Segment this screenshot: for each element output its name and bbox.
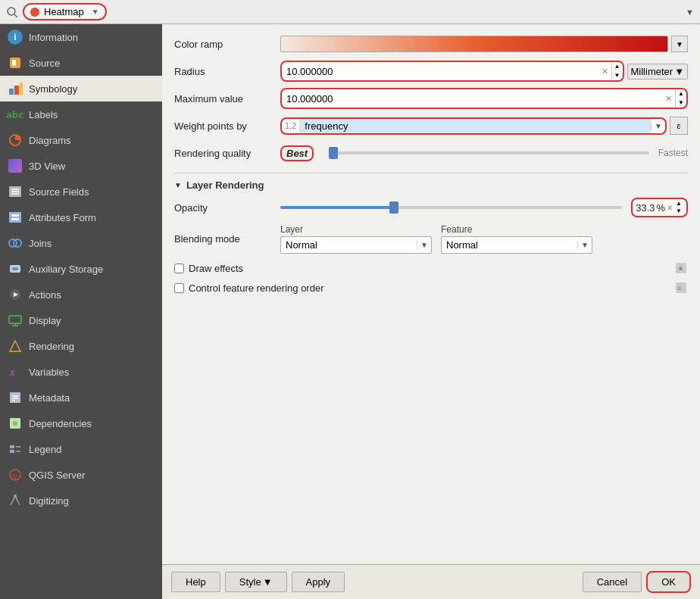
svg-text:Q: Q [12,473,17,479]
radius-input[interactable] [282,64,598,79]
layer-blend-select[interactable]: Normal Multiply Screen Overlay [281,237,417,253]
form-area: Color ramp ▼ Radius ✕ ▲ [162,24,700,564]
maxval-clear-icon[interactable]: ✕ [662,94,675,104]
maxval-spin-up[interactable]: ▲ [676,89,686,98]
sidebar-item-dependencies[interactable]: Dependencies [0,410,162,436]
svg-rect-5 [14,86,19,95]
svg-rect-21 [9,316,21,323]
sidebar-item-auxstorage[interactable]: Auxiliary Storage [0,256,162,282]
labels-icon: abc [8,107,23,122]
radius-spin-down[interactable]: ▼ [612,71,623,80]
radius-input-wrap: ✕ ▲ ▼ [280,61,624,82]
control-order-row: Control feature rendering order ≡ [174,279,688,296]
layer-blend-select-wrap: Normal Multiply Screen Overlay ▼ [280,236,432,254]
sidebar-item-metadata[interactable]: Metadata [0,385,162,410]
sidebar-item-labels[interactable]: abc Labels [0,101,162,127]
diagrams-icon [8,133,23,148]
quality-row: Rendering quality Best Fastest [174,142,688,164]
apply-button[interactable]: Apply [292,572,345,592]
sidebar-item-qgisserver[interactable]: Q QGIS Server [0,462,162,488]
radius-clear-icon[interactable]: ✕ [598,67,611,76]
radius-row: Radius ✕ ▲ ▼ Millimeter ▼ [174,61,688,82]
opacity-clear-icon[interactable]: ✕ [667,204,673,212]
control-order-checkbox[interactable] [174,283,184,293]
sidebar-label-3dview: 3D View [29,161,65,172]
feature-blend-col: Feature Normal Multiply Screen Overlay ▼ [441,224,592,254]
color-ramp-preview[interactable] [280,36,668,52]
sidebar-item-attrform[interactable]: Attributes Form [0,204,162,230]
opacity-slider-thumb[interactable] [389,201,398,214]
sidebar-label-legend: Legend [29,444,61,455]
quality-slider-thumb[interactable] [329,147,338,159]
sidebar-item-3dview[interactable]: 3D View [0,153,162,179]
source-icon [8,55,23,70]
search-icon[interactable] [6,6,18,18]
sidebar-item-display[interactable]: Display [0,307,162,333]
weight-control: 1,2 frequency ▼ ε [280,117,688,135]
quality-slider-track[interactable] [329,151,648,154]
radius-unit-dropdown[interactable]: Millimeter ▼ [627,64,689,80]
color-ramp-row: Color ramp ▼ [174,33,688,55]
ok-button[interactable]: OK [646,571,691,593]
maxval-input[interactable] [282,92,662,106]
svg-text:★: ★ [677,264,684,273]
sidebar-item-variables[interactable]: x Variables [0,359,162,385]
color-ramp-dropdown[interactable]: ▼ [671,36,688,52]
feature-blend-select[interactable]: Normal Multiply Screen Overlay [442,237,577,253]
sidebar-item-actions[interactable]: Actions [0,282,162,307]
sidebar-item-digitizing[interactable]: Digitizing [0,488,162,513]
style-button[interactable]: Style ▼ [225,572,287,592]
feature-blend-select-wrap: Normal Multiply Screen Overlay ▼ [441,236,592,254]
radius-spinner: ▲ ▼ [611,62,623,80]
radius-control: ✕ ▲ ▼ Millimeter ▼ [280,61,688,82]
maxval-row: Maximum value ✕ ▲ ▼ [174,88,688,109]
draw-effects-icons: ★ [674,261,688,275]
sidebar-item-joins[interactable]: Joins [0,230,162,256]
sidebar-label-dependencies: Dependencies [29,418,92,429]
sidebar-item-rendering[interactable]: Rendering [0,333,162,359]
attrform-icon [8,210,23,225]
sidebar-item-symbology[interactable]: Symbology [0,76,162,101]
sidebar-item-source[interactable]: Source [0,50,162,76]
quality-end-label: Fastest [658,148,688,158]
sidebar-label-actions: Actions [29,289,61,301]
3dview-icon [8,158,23,173]
help-button[interactable]: Help [171,572,220,592]
renderer-selector[interactable]: Heatmap ▼ [23,3,107,20]
sidebar-item-sourcefields[interactable]: Source Fields [0,179,162,204]
svg-line-1 [14,14,17,17]
svg-marker-24 [10,341,20,351]
sidebar-label-variables: Variables [29,367,69,378]
opacity-slider-track[interactable] [280,206,622,209]
draw-effects-checkbox[interactable] [174,264,184,273]
sidebar-item-legend[interactable]: Legend [0,436,162,462]
metadata-icon [8,390,23,405]
weight-dropdown-arrow[interactable]: ▼ [651,122,665,130]
symbology-icon [8,81,23,96]
sidebar-label-symbology: Symbology [29,83,77,95]
renderer-dropdown-icon: ▼ [92,8,99,16]
cancel-button[interactable]: Cancel [583,572,642,592]
sidebar-item-information[interactable]: i Information [0,24,162,50]
maxval-spin-down[interactable]: ▼ [676,98,686,108]
blend-label: Blending mode [174,233,280,245]
sidebar-item-diagrams[interactable]: Diagrams [0,127,162,153]
svg-point-0 [8,8,15,15]
radius-unit-arrow: ▼ [674,66,684,77]
variables-icon: x [8,364,23,379]
maxval-label: Maximum value [174,93,280,105]
svg-text:x: x [9,367,15,378]
sidebar-label-attrform: Attributes Form [29,212,96,223]
svg-rect-14 [11,218,19,220]
layer-rendering-section[interactable]: ▼ Layer Rendering [174,173,688,191]
blend-cols: Layer Normal Multiply Screen Overlay ▼ [280,224,688,254]
auxstorage-icon [8,261,23,276]
topbar-dropdown-arrow[interactable]: ▼ [686,8,694,17]
weight-expression-button[interactable]: ε [670,117,688,135]
maxval-control: ✕ ▲ ▼ [280,88,688,109]
opacity-spin-up[interactable]: ▲ [674,200,683,207]
style-dropdown-arrow: ▼ [263,576,273,588]
radius-spin-up[interactable]: ▲ [612,62,623,71]
opacity-spin-down[interactable]: ▼ [674,207,683,215]
opacity-control: 33.3 % ✕ ▲ ▼ [280,198,688,217]
